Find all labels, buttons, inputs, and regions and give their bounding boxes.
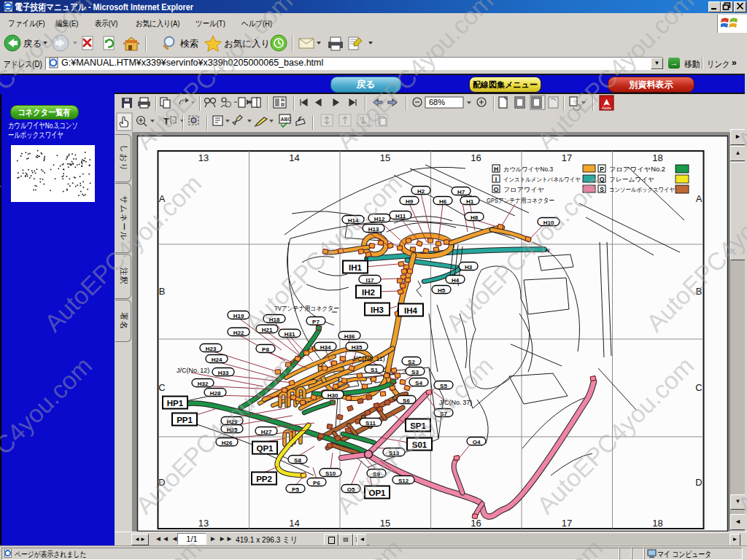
svg-text:17: 17 bbox=[562, 518, 572, 529]
svg-text:検索: 検索 bbox=[180, 39, 198, 49]
svg-text:H34: H34 bbox=[320, 344, 331, 351]
svg-text:H7: H7 bbox=[457, 189, 465, 195]
svg-text:S10: S10 bbox=[325, 470, 336, 477]
svg-text:P6: P6 bbox=[313, 480, 320, 486]
svg-text:S2: S2 bbox=[408, 359, 415, 365]
svg-text:H26: H26 bbox=[222, 440, 233, 446]
svg-text:15: 15 bbox=[380, 518, 390, 529]
svg-text:H2: H2 bbox=[417, 188, 425, 195]
svg-text:S8: S8 bbox=[294, 457, 301, 464]
svg-text:H24: H24 bbox=[212, 357, 222, 363]
svg-text:H28: H28 bbox=[210, 390, 221, 397]
svg-text:H32: H32 bbox=[198, 381, 209, 387]
svg-text:16: 16 bbox=[471, 518, 481, 529]
svg-text:フロアワイヤNo.2: フロアワイヤNo.2 bbox=[609, 166, 665, 173]
svg-text:A: A bbox=[696, 193, 703, 204]
svg-text:13: 13 bbox=[198, 152, 209, 163]
svg-text:H30: H30 bbox=[328, 392, 338, 399]
svg-text:15: 15 bbox=[380, 152, 390, 163]
svg-text:C: C bbox=[695, 382, 702, 393]
svg-text:H: H bbox=[494, 166, 498, 173]
svg-text:H18: H18 bbox=[269, 316, 280, 323]
svg-text:Adobe: Adobe bbox=[602, 106, 612, 110]
svg-text:H25: H25 bbox=[227, 427, 238, 433]
svg-text:TVアンテナ用コネクター: TVアンテナ用コネクター bbox=[274, 305, 339, 312]
svg-text:S13: S13 bbox=[389, 450, 400, 456]
svg-text:P: P bbox=[600, 166, 604, 173]
svg-text:IH2: IH2 bbox=[362, 288, 375, 297]
svg-text:S6: S6 bbox=[403, 397, 410, 404]
svg-text:インストルメントパネルワイヤ: インストルメントパネルワイヤ bbox=[503, 176, 581, 183]
svg-text:H1: H1 bbox=[466, 198, 474, 205]
svg-text:S12: S12 bbox=[398, 478, 409, 484]
svg-text:I17: I17 bbox=[365, 277, 374, 284]
svg-text:H6: H6 bbox=[439, 198, 447, 205]
svg-text:HP1: HP1 bbox=[167, 399, 184, 408]
svg-text:O: O bbox=[494, 186, 499, 193]
svg-text:H23: H23 bbox=[206, 346, 217, 352]
svg-text:SP1: SP1 bbox=[410, 421, 426, 430]
svg-text:H13: H13 bbox=[368, 226, 379, 233]
svg-text:J/C(No. 37): J/C(No. 37) bbox=[439, 399, 472, 406]
svg-text:A: A bbox=[159, 193, 166, 204]
svg-text:H19: H19 bbox=[233, 313, 244, 319]
svg-text:O4: O4 bbox=[473, 439, 481, 446]
svg-text:H9: H9 bbox=[406, 198, 414, 205]
svg-text:13: 13 bbox=[198, 518, 209, 529]
svg-text:68%: 68% bbox=[429, 98, 445, 106]
svg-text:14: 14 bbox=[289, 518, 299, 529]
svg-text:18: 18 bbox=[652, 152, 662, 163]
svg-text:戻る: 戻る bbox=[23, 39, 42, 49]
svg-text:PP1: PP1 bbox=[177, 416, 193, 424]
svg-text:H21: H21 bbox=[262, 327, 273, 333]
svg-text:H3: H3 bbox=[465, 264, 473, 271]
svg-text:H29: H29 bbox=[227, 419, 238, 425]
svg-text:H22: H22 bbox=[233, 330, 244, 336]
svg-text:ABC: ABC bbox=[281, 117, 292, 122]
svg-text:S01: S01 bbox=[412, 440, 427, 449]
svg-text:D: D bbox=[158, 477, 165, 488]
svg-text:B: B bbox=[696, 286, 703, 297]
svg-text:QP1: QP1 bbox=[256, 444, 274, 453]
svg-text:お気に入り: お気に入り bbox=[224, 39, 270, 49]
svg-text:S7: S7 bbox=[440, 411, 447, 417]
svg-text:P7: P7 bbox=[312, 319, 320, 325]
svg-text:Q: Q bbox=[600, 176, 605, 183]
svg-text:IH4: IH4 bbox=[404, 306, 418, 315]
svg-text:S5: S5 bbox=[440, 383, 447, 389]
svg-text:H12: H12 bbox=[374, 216, 385, 222]
svg-text:H31: H31 bbox=[285, 331, 295, 338]
svg-text:GPSアンテナ用コネクター: GPSアンテナ用コネクター bbox=[487, 197, 554, 204]
svg-text:18: 18 bbox=[652, 518, 662, 529]
svg-text:I: I bbox=[495, 176, 497, 183]
svg-text:OP1: OP1 bbox=[368, 489, 386, 497]
svg-text:フレームワイヤ: フレームワイヤ bbox=[609, 176, 654, 183]
svg-text:IH1: IH1 bbox=[349, 263, 363, 272]
svg-text:H35: H35 bbox=[352, 344, 363, 351]
svg-text:H8: H8 bbox=[471, 214, 479, 221]
svg-text:S1: S1 bbox=[371, 367, 378, 373]
svg-text:H33: H33 bbox=[218, 370, 229, 376]
svg-text:P8: P8 bbox=[262, 346, 269, 353]
svg-text:S11: S11 bbox=[365, 420, 376, 427]
svg-text:S9: S9 bbox=[373, 471, 380, 478]
svg-text:H5: H5 bbox=[438, 287, 446, 294]
svg-text:C: C bbox=[158, 382, 165, 393]
svg-text:IH3: IH3 bbox=[371, 306, 384, 314]
svg-text:S4: S4 bbox=[415, 380, 422, 386]
svg-text:H11: H11 bbox=[395, 213, 406, 219]
svg-text:P5: P5 bbox=[292, 486, 299, 493]
svg-text:14: 14 bbox=[289, 152, 299, 163]
svg-text:コンソールボックスワイヤ: コンソールボックスワイヤ bbox=[609, 186, 675, 193]
svg-text:H10: H10 bbox=[543, 219, 554, 226]
svg-text:S3: S3 bbox=[411, 369, 419, 376]
svg-text:フロアワイヤ: フロアワイヤ bbox=[503, 186, 544, 193]
svg-text:H36: H36 bbox=[344, 333, 355, 340]
svg-text:T: T bbox=[163, 116, 169, 127]
svg-text:H14: H14 bbox=[348, 217, 359, 224]
svg-text:16: 16 bbox=[471, 152, 481, 163]
svg-text:J/C(No. 12): J/C(No. 12) bbox=[177, 367, 209, 374]
svg-text:17: 17 bbox=[562, 152, 572, 163]
svg-text:S: S bbox=[600, 186, 604, 193]
svg-text:H4: H4 bbox=[452, 277, 460, 284]
